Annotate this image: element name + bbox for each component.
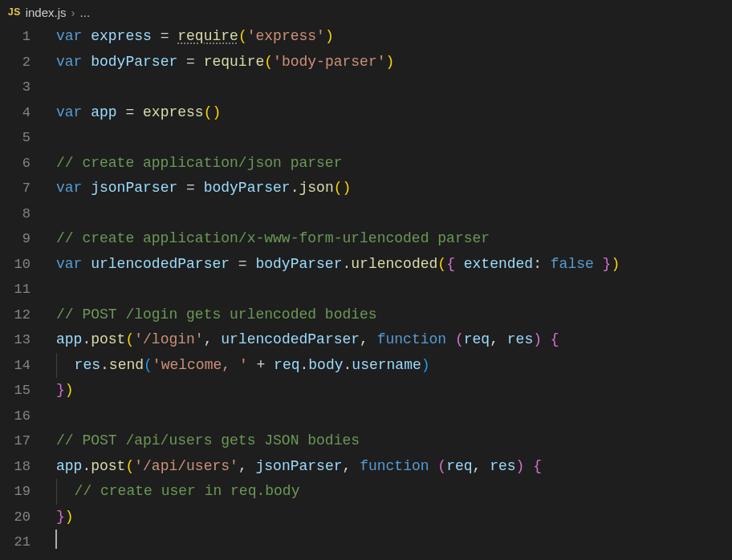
breadcrumb-filename[interactable]: index.js xyxy=(26,6,67,19)
token: , xyxy=(343,458,360,474)
code-line[interactable]: }) xyxy=(56,505,732,530)
line-number: 21 xyxy=(0,530,31,555)
token-str: '/login' xyxy=(134,331,203,347)
token-kw: function xyxy=(360,458,429,474)
code-line[interactable]: // create application/x-www-form-urlenco… xyxy=(56,226,732,252)
token xyxy=(524,458,533,474)
token-brace-p: { xyxy=(533,458,542,474)
js-file-icon: JS xyxy=(8,6,21,18)
token-var: body xyxy=(308,357,343,373)
breadcrumb-rest[interactable]: ... xyxy=(80,6,91,19)
token-fn: json xyxy=(299,180,334,196)
token-var: jsonParser xyxy=(255,458,342,474)
token-bool: false xyxy=(551,256,594,272)
token: = xyxy=(152,28,177,44)
code-line[interactable] xyxy=(56,404,732,429)
token-var: res xyxy=(75,357,100,373)
token xyxy=(542,256,551,272)
token xyxy=(542,331,551,347)
code-line[interactable]: res.send('welcome, ' + req.body.username… xyxy=(56,353,732,379)
token-brace-p: ( xyxy=(455,331,464,347)
token-var: urlencodedParser xyxy=(221,331,360,347)
token-var: req xyxy=(446,458,472,474)
line-number: 5 xyxy=(0,125,31,151)
token-var: app xyxy=(56,331,82,347)
token-brace-y: ) xyxy=(65,509,74,525)
token-fn: post xyxy=(91,458,125,474)
token: . xyxy=(342,256,351,272)
token: . xyxy=(291,180,299,196)
line-number: 4 xyxy=(0,100,31,126)
line-number: 13 xyxy=(0,327,31,353)
code-line[interactable] xyxy=(56,201,732,227)
code-line[interactable] xyxy=(56,277,732,302)
line-number: 2 xyxy=(0,50,31,75)
token: = xyxy=(177,54,203,70)
code-line[interactable]: // POST /login gets urlencoded bodies xyxy=(56,302,732,328)
token-fn: require xyxy=(204,54,265,70)
token-var: extended xyxy=(464,256,533,272)
token-str: 'body-parser' xyxy=(273,54,385,70)
code-line[interactable]: var app = express() xyxy=(56,100,732,126)
token-com: // POST /login gets urlencoded bodies xyxy=(56,306,377,323)
code-line[interactable] xyxy=(56,125,732,151)
code-line[interactable]: app.post('/login', urlencodedParser, fun… xyxy=(56,327,732,353)
line-number: 8 xyxy=(0,201,31,227)
token-brace-p: ) xyxy=(516,458,525,474)
token: = xyxy=(230,256,255,272)
code-line[interactable]: app.post('/api/users', jsonParser, funct… xyxy=(56,454,732,480)
token-fn: urlencoded xyxy=(351,256,437,272)
code-line[interactable]: var bodyParser = require('body-parser') xyxy=(56,50,732,75)
indent-guide xyxy=(56,479,75,505)
token-brace-p: } xyxy=(56,509,65,525)
token-kw: function xyxy=(377,331,446,347)
token-kw: var xyxy=(56,256,82,272)
token-brace-p: ) xyxy=(533,331,542,347)
token-str: 'express' xyxy=(247,28,325,44)
token-brace-p: } xyxy=(56,382,65,398)
code-line[interactable] xyxy=(56,530,732,555)
token-brace-y: ) xyxy=(611,256,620,272)
token-var: app xyxy=(56,458,82,474)
token-brace-p: ( xyxy=(437,458,446,474)
token-kw: var xyxy=(56,28,82,44)
code-line[interactable]: }) xyxy=(56,378,732,404)
code-editor[interactable]: 123456789101112131415161718192021 var ex… xyxy=(0,24,732,560)
token xyxy=(82,180,91,196)
token-brace-p: } xyxy=(594,256,612,272)
code-line[interactable]: var jsonParser = bodyParser.json() xyxy=(56,176,732,201)
code-line[interactable]: // create application/json parser xyxy=(56,151,732,177)
line-number-gutter: 123456789101112131415161718192021 xyxy=(0,24,48,560)
token-brace-y: ( xyxy=(437,256,446,272)
code-line[interactable]: // POST /api/users gets JSON bodies xyxy=(56,428,732,454)
token-com: // create application/x-www-form-urlenco… xyxy=(56,230,490,246)
token: , xyxy=(204,331,222,347)
line-number: 18 xyxy=(0,454,31,480)
line-number: 12 xyxy=(0,302,31,328)
token xyxy=(82,54,91,70)
text-cursor xyxy=(55,530,57,549)
line-number: 7 xyxy=(0,176,31,201)
token-fn: require xyxy=(177,28,238,44)
code-line[interactable]: var express = require('express') xyxy=(56,24,732,50)
token-com: // create user in req.body xyxy=(75,483,300,499)
token-var: app xyxy=(91,104,116,120)
token xyxy=(82,256,91,272)
code-line[interactable]: var urlencodedParser = bodyParser.urlenc… xyxy=(56,252,732,278)
code-line[interactable]: // create user in req.body xyxy=(56,479,732,505)
token-brace-y: ) xyxy=(325,28,334,44)
token-brace-b: ( xyxy=(144,357,152,373)
token-kw: var xyxy=(56,54,82,70)
token-brace-y: ( xyxy=(125,331,134,347)
token-var: urlencodedParser xyxy=(91,256,230,272)
breadcrumb[interactable]: JS index.js › ... xyxy=(0,0,732,24)
token: + xyxy=(248,357,274,373)
token-brace-b: ) xyxy=(421,357,430,373)
token: . xyxy=(82,331,91,347)
token: = xyxy=(177,180,203,196)
code-area[interactable]: var express = require('express')var body… xyxy=(48,24,732,560)
token-com: // create application/json parser xyxy=(56,155,342,171)
code-line[interactable] xyxy=(56,75,732,100)
token: . xyxy=(82,458,91,474)
token-brace-y: ( xyxy=(264,54,273,70)
